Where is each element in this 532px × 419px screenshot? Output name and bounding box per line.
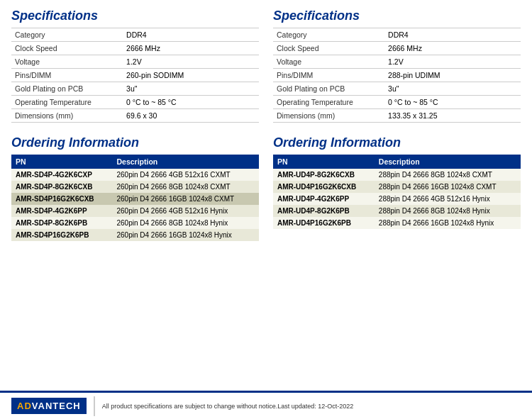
spec-value: 133.35 x 31.25 <box>384 109 521 123</box>
footer-date: Last updated: 12-Oct-2022 <box>277 403 353 410</box>
order-pn: AMR-SD4P-8G2K6CXB <box>11 181 112 193</box>
right-spec-table: CategoryDDR4Clock Speed2666 MHzVoltage1.… <box>273 28 521 123</box>
column-header: Description <box>375 155 521 169</box>
spec-label: Operating Temperature <box>11 96 123 109</box>
footer: ADVANTECH All product specifications are… <box>0 391 532 419</box>
spec-label: Gold Plating on PCB <box>11 82 123 96</box>
order-desc: 288pin D4 2666 4GB 512x16 Hynix <box>375 193 521 205</box>
table-row: Dimensions (mm)69.6 x 30 <box>11 109 259 123</box>
column-header: PN <box>11 155 112 169</box>
order-row: AMR-SD4P-8G2K6PB260pin D4 2666 8GB 1024x… <box>11 217 259 229</box>
order-row: AMR-UD4P-8G2K6CXB288pin D4 2666 8GB 1024… <box>273 169 521 181</box>
table-row: Gold Plating on PCB3u" <box>11 82 259 96</box>
table-row: Voltage1.2V <box>11 55 259 69</box>
footer-note: All product specifications are subject t… <box>102 403 278 410</box>
order-row: AMR-UD4P-4G2K6PP288pin D4 2666 4GB 512x1… <box>273 193 521 205</box>
spec-value: 1.2V <box>123 55 259 69</box>
advantech-logo: ADVANTECH <box>11 398 87 414</box>
spec-label: Dimensions (mm) <box>11 109 123 123</box>
spec-label: Category <box>11 28 123 42</box>
order-desc: 260pin D4 2666 16GB 1024x8 CXMT <box>112 193 259 205</box>
order-row: AMR-SD4P-4G2K6CXP260pin D4 2666 4GB 512x… <box>11 169 259 181</box>
table-row: Operating Temperature0 °C to ~ 85 °C <box>273 96 521 109</box>
order-pn: AMR-SD4P16G2K6PB <box>11 229 112 241</box>
order-desc: 288pin D4 2666 8GB 1024x8 CXMT <box>375 169 521 181</box>
order-row: AMR-SD4P16G2K6PB260pin D4 2666 16GB 1024… <box>11 229 259 241</box>
right-ordering-title: Ordering Information <box>273 135 521 150</box>
left-ordering-title: Ordering Information <box>11 135 259 150</box>
spec-label: Voltage <box>273 55 384 69</box>
spec-value: 2666 MHz <box>123 42 259 55</box>
table-row: Pins/DIMM260-pin SODIMM <box>11 69 259 82</box>
order-row: AMR-SD4P-4G2K6PP260pin D4 2666 4GB 512x1… <box>11 205 259 217</box>
spec-label: Clock Speed <box>11 42 123 55</box>
spec-label: Clock Speed <box>273 42 384 55</box>
left-spec-table: CategoryDDR4Clock Speed2666 MHzVoltage1.… <box>11 28 259 123</box>
left-specs-title: Specifications <box>11 9 259 23</box>
order-pn: AMR-UD4P16G2K6PB <box>273 217 375 229</box>
spec-value: 2666 MHz <box>384 42 521 55</box>
order-row: AMR-UD4P-8G2K6PB288pin D4 2666 8GB 1024x… <box>273 205 521 217</box>
order-desc: 260pin D4 2666 8GB 1024x8 Hynix <box>112 217 259 229</box>
right-column: Specifications CategoryDDR4Clock Speed26… <box>273 9 521 241</box>
order-desc: 288pin D4 2666 16GB 1024x8 CXMT <box>375 181 521 193</box>
order-pn: AMR-UD4P-4G2K6PP <box>273 193 375 205</box>
order-pn: AMR-SD4P-4G2K6PP <box>11 205 112 217</box>
column-header: PN <box>273 155 375 169</box>
table-row: Pins/DIMM288-pin UDIMM <box>273 69 521 82</box>
spec-value: 0 °C to ~ 85 °C <box>123 96 259 109</box>
left-order-table: PNDescription AMR-SD4P-4G2K6CXP260pin D4… <box>11 155 259 241</box>
order-pn: AMR-UD4P-8G2K6PB <box>273 205 375 217</box>
spec-label: Voltage <box>11 55 123 69</box>
order-row: AMR-UD4P16G2K6PB288pin D4 2666 16GB 1024… <box>273 217 521 229</box>
order-desc: 260pin D4 2666 4GB 512x16 Hynix <box>112 205 259 217</box>
spec-label: Gold Plating on PCB <box>273 82 384 96</box>
table-row: Dimensions (mm)133.35 x 31.25 <box>273 109 521 123</box>
order-row: AMR-UD4P16G2K6CXB288pin D4 2666 16GB 102… <box>273 181 521 193</box>
footer-divider <box>94 396 95 416</box>
spec-value: 69.6 x 30 <box>123 109 259 123</box>
order-desc: 260pin D4 2666 8GB 1024x8 CXMT <box>112 181 259 193</box>
spec-value: 1.2V <box>384 55 521 69</box>
left-column: Specifications CategoryDDR4Clock Speed26… <box>11 9 259 241</box>
order-desc: 260pin D4 2666 4GB 512x16 CXMT <box>112 169 259 181</box>
spec-value: DDR4 <box>123 28 259 42</box>
table-row: Clock Speed2666 MHz <box>273 42 521 55</box>
footer-logo-area: ADVANTECH All product specifications are… <box>11 396 277 416</box>
order-pn: AMR-SD4P-4G2K6CXP <box>11 169 112 181</box>
table-row: CategoryDDR4 <box>11 28 259 42</box>
order-pn: AMR-SD4P16G2K6CXB <box>11 193 112 205</box>
order-desc: 260pin D4 2666 16GB 1024x8 Hynix <box>112 229 259 241</box>
table-row: Voltage1.2V <box>273 55 521 69</box>
order-row: AMR-SD4P-8G2K6CXB260pin D4 2666 8GB 1024… <box>11 181 259 193</box>
spec-value: 260-pin SODIMM <box>123 69 259 82</box>
order-pn: AMR-SD4P-8G2K6PB <box>11 217 112 229</box>
spec-label: Operating Temperature <box>273 96 384 109</box>
right-specs-title: Specifications <box>273 9 521 23</box>
logo-vantech: VANTECH <box>32 401 81 411</box>
order-desc: 288pin D4 2666 16GB 1024x8 Hynix <box>375 217 521 229</box>
logo-ad: AD <box>17 401 32 411</box>
spec-value: 3u" <box>384 82 521 96</box>
order-pn: AMR-UD4P-8G2K6CXB <box>273 169 375 181</box>
spec-value: 3u" <box>123 82 259 96</box>
column-header: Description <box>112 155 259 169</box>
spec-label: Dimensions (mm) <box>273 109 384 123</box>
table-row: Operating Temperature0 °C to ~ 85 °C <box>11 96 259 109</box>
order-pn: AMR-UD4P16G2K6CXB <box>273 181 375 193</box>
order-row: AMR-SD4P16G2K6CXB260pin D4 2666 16GB 102… <box>11 193 259 205</box>
spec-value: DDR4 <box>384 28 521 42</box>
main-content: Specifications CategoryDDR4Clock Speed26… <box>0 0 532 284</box>
spec-value: 0 °C to ~ 85 °C <box>384 96 521 109</box>
spec-label: Category <box>273 28 384 42</box>
table-row: Gold Plating on PCB3u" <box>273 82 521 96</box>
table-row: CategoryDDR4 <box>273 28 521 42</box>
right-order-table: PNDescription AMR-UD4P-8G2K6CXB288pin D4… <box>273 155 521 229</box>
table-row: Clock Speed2666 MHz <box>11 42 259 55</box>
spec-label: Pins/DIMM <box>273 69 384 82</box>
spec-value: 288-pin UDIMM <box>384 69 521 82</box>
spec-label: Pins/DIMM <box>11 69 123 82</box>
order-desc: 288pin D4 2666 8GB 1024x8 Hynix <box>375 205 521 217</box>
